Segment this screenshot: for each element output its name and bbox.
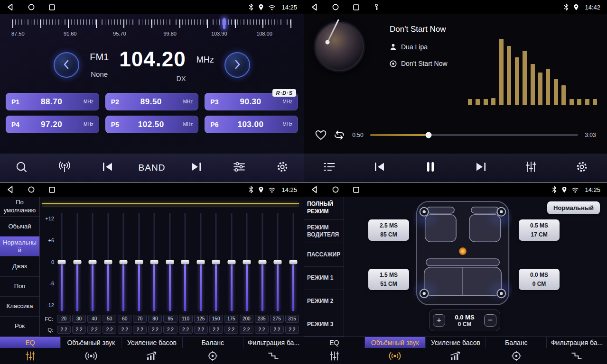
band-button[interactable]: BAND xyxy=(139,157,166,178)
audio-tab-3[interactable]: Баланс xyxy=(486,337,547,348)
home-button[interactable] xyxy=(332,186,339,193)
preset-button-p5[interactable]: P5102.50MHz xyxy=(105,116,199,133)
slider-thumb[interactable] xyxy=(73,260,81,264)
home-button[interactable] xyxy=(332,4,339,10)
repeat-button[interactable] xyxy=(333,130,346,140)
surround-tab-icon[interactable] xyxy=(365,351,426,361)
eq-band-slider[interactable] xyxy=(74,213,81,311)
eq-band-slider[interactable] xyxy=(181,213,189,311)
eq-tab-icon[interactable] xyxy=(304,351,365,361)
next-station-button[interactable] xyxy=(184,157,208,178)
eq-band-slider[interactable] xyxy=(104,213,112,311)
eq-band-slider[interactable] xyxy=(243,213,251,311)
eq-preset-item[interactable]: Джаз xyxy=(0,256,39,276)
bass-boost-tab-icon[interactable] xyxy=(121,351,182,361)
eq-band-slider[interactable] xyxy=(289,213,297,311)
home-button[interactable] xyxy=(28,186,35,193)
recents-button[interactable] xyxy=(353,4,359,10)
slider-thumb[interactable] xyxy=(89,260,97,264)
tuning-pointer[interactable] xyxy=(223,18,225,29)
back-button[interactable] xyxy=(311,186,318,193)
delay-rear-left-button[interactable]: 1.5 MS 51 CM xyxy=(368,269,409,290)
increase-delay-button[interactable]: + xyxy=(433,314,445,327)
slider-thumb[interactable] xyxy=(181,260,189,264)
audio-tab-2[interactable]: Усиление басов xyxy=(426,337,486,348)
eq-preset-item[interactable]: Обычай xyxy=(0,217,39,237)
audio-tab-4[interactable]: Фильтрация ба... xyxy=(243,337,304,348)
preset-button-p6[interactable]: P6103.00MHz xyxy=(205,116,298,133)
eq-band-slider[interactable] xyxy=(58,213,65,311)
slider-thumb[interactable] xyxy=(104,260,112,264)
audio-tab-3[interactable]: Баланс xyxy=(183,337,243,348)
surround-preset-button[interactable]: Нормальный xyxy=(547,201,600,214)
frequency-scale[interactable]: 87.50 91.60 95.70 99.80 103.90 108.00 xyxy=(12,18,291,42)
recents-button[interactable] xyxy=(49,4,55,10)
progress-thumb[interactable] xyxy=(425,132,431,138)
back-button[interactable] xyxy=(7,186,14,193)
playlist-button[interactable] xyxy=(317,157,342,178)
slider-thumb[interactable] xyxy=(258,260,266,264)
eq-band-slider[interactable] xyxy=(274,213,281,311)
slider-thumb[interactable] xyxy=(196,260,205,264)
eq-tab-icon[interactable] xyxy=(0,351,61,361)
eq-band-slider[interactable] xyxy=(89,213,96,311)
surround-mode-item[interactable]: ПОЛНЫЙ РЕЖИМ xyxy=(304,197,344,220)
slider-thumb[interactable] xyxy=(274,260,282,264)
preset-button-p4[interactable]: P497.20MHz xyxy=(6,116,99,133)
eq-band-slider[interactable] xyxy=(150,213,158,311)
audio-tab-4[interactable]: Фильтрация ба... xyxy=(547,337,607,348)
delay-rear-right-button[interactable]: 0.0 MS 0 CM xyxy=(519,269,560,290)
eq-band-slider[interactable] xyxy=(166,213,174,311)
equalizer-button[interactable] xyxy=(519,157,543,178)
settings-button[interactable] xyxy=(570,157,594,178)
slider-thumb[interactable] xyxy=(212,260,220,264)
back-button[interactable] xyxy=(311,3,318,11)
eq-preset-item[interactable]: Рок xyxy=(0,317,39,337)
surround-mode-item[interactable]: РЕЖИМ 2 xyxy=(304,290,344,313)
tune-up-button[interactable] xyxy=(224,52,250,78)
tune-down-button[interactable] xyxy=(54,52,79,78)
recents-button[interactable] xyxy=(353,187,359,193)
audio-tab-2[interactable]: Усиление басов xyxy=(121,337,182,348)
audio-tab-1[interactable]: Объёмный звук xyxy=(61,337,121,348)
audio-tab-0[interactable]: EQ xyxy=(304,337,365,348)
balance-tab-icon[interactable] xyxy=(486,351,547,361)
slider-thumb[interactable] xyxy=(166,260,174,264)
balance-tab-icon[interactable] xyxy=(182,351,243,361)
decrease-delay-button[interactable]: − xyxy=(484,314,496,327)
delay-front-left-button[interactable]: 2.5 MS 85 CM xyxy=(368,219,409,241)
surround-tab-icon[interactable] xyxy=(61,351,121,361)
eq-preset-item[interactable]: Поп xyxy=(0,277,39,297)
surround-mode-item[interactable]: РЕЖИМ ВОДИТЕЛЯ xyxy=(304,220,344,243)
back-button[interactable] xyxy=(7,3,14,11)
slider-thumb[interactable] xyxy=(58,260,66,264)
audio-tab-0[interactable]: EQ xyxy=(0,337,61,348)
home-button[interactable] xyxy=(28,4,35,10)
filter-tab-icon[interactable] xyxy=(546,351,607,361)
surround-mode-item[interactable]: ПАССАЖИР xyxy=(304,243,344,266)
pause-button[interactable] xyxy=(418,157,443,178)
slider-thumb[interactable] xyxy=(227,260,235,264)
surround-mode-item[interactable]: РЕЖИМ 1 xyxy=(304,267,344,290)
settings-button[interactable] xyxy=(270,157,295,178)
eq-preset-item[interactable]: По умолчанию xyxy=(0,197,39,217)
filter-tab-icon[interactable] xyxy=(243,351,304,361)
favorite-button[interactable] xyxy=(315,129,327,141)
broadcast-button[interactable] xyxy=(52,157,77,178)
delay-front-right-button[interactable]: 0.5 MS 17 CM xyxy=(519,219,560,241)
eq-band-slider[interactable] xyxy=(259,213,266,311)
bass-boost-tab-icon[interactable] xyxy=(425,351,486,361)
eq-preset-item[interactable]: Нормальный xyxy=(0,237,39,256)
eq-preset-item[interactable]: Классика xyxy=(0,297,39,317)
eq-band-slider[interactable] xyxy=(212,213,220,311)
slider-thumb[interactable] xyxy=(135,260,143,264)
slider-thumb[interactable] xyxy=(150,260,159,264)
eq-band-slider[interactable] xyxy=(120,213,127,311)
surround-mode-item[interactable]: РЕЖИМ 3 xyxy=(304,313,344,337)
seek-bar[interactable] xyxy=(370,134,578,136)
audio-tab-1[interactable]: Объёмный звук xyxy=(365,337,426,348)
preset-button-p2[interactable]: P289.50MHz xyxy=(105,93,199,110)
previous-station-button[interactable] xyxy=(95,157,120,178)
equalizer-button[interactable] xyxy=(227,157,252,178)
slider-thumb[interactable] xyxy=(120,260,128,264)
